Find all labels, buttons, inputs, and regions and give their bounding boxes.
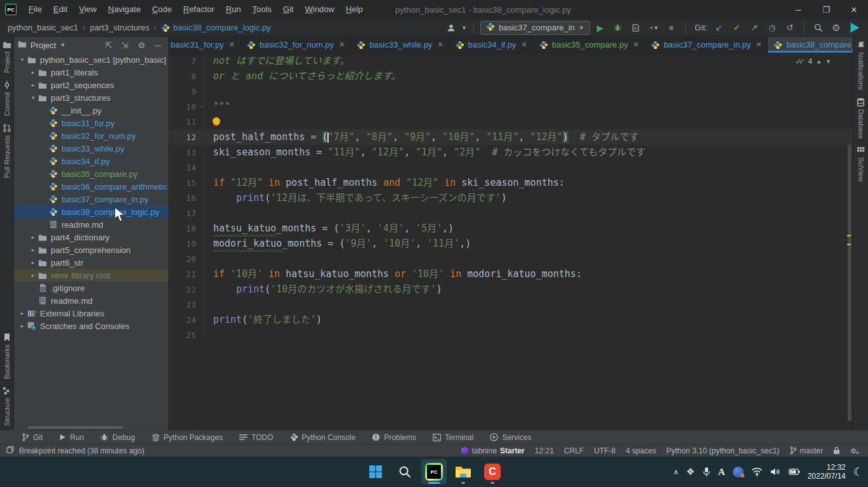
- line-number[interactable]: 21: [168, 269, 205, 279]
- dropbox-icon[interactable]: ❖: [686, 466, 694, 477]
- code-line-21[interactable]: 21if '10月' in hatsu_katuo_months or '10月…: [168, 266, 853, 282]
- tab-close-icon[interactable]: ✕: [756, 41, 761, 49]
- taskbar-start-icon[interactable]: [363, 459, 388, 484]
- menu-navigate[interactable]: Navigate: [102, 0, 146, 19]
- editor-tab-basic32_for_num[interactable]: basic32_for_num.py✕: [241, 37, 351, 53]
- code-line-13[interactable]: 13ski_season_months = "11月", "12月", "1月"…: [168, 145, 853, 160]
- code-line-25[interactable]: 25: [168, 327, 853, 342]
- tree-item-part1_literals[interactable]: ▸part1_literals: [14, 66, 168, 79]
- line-number[interactable]: 7: [168, 56, 205, 66]
- code-line-11[interactable]: 11: [168, 114, 853, 129]
- status-item[interactable]: UTF-8: [594, 446, 615, 455]
- event-log-icon[interactable]: [6, 446, 14, 455]
- tree-item-python_basic_sec1[interactable]: ▾python_basic_sec1 [python_basic]D:¥: [14, 53, 168, 66]
- line-number[interactable]: 16: [168, 193, 205, 203]
- tab-close-icon[interactable]: ✕: [339, 41, 345, 49]
- battery-icon[interactable]: [789, 468, 800, 476]
- tree-item-part2_sequences[interactable]: ▸part2_sequences: [14, 79, 168, 91]
- menu-run[interactable]: Run: [220, 0, 247, 19]
- code-line-14[interactable]: 14: [168, 160, 853, 175]
- tool-stripe-pull-requests[interactable]: Pull Requests: [3, 120, 11, 182]
- tree-closed-arrow-icon[interactable]: ▸: [18, 310, 27, 316]
- tool-stripe-structure[interactable]: Structure: [3, 383, 11, 430]
- line-number[interactable]: 20: [168, 254, 205, 264]
- code-line-8[interactable]: 8or と and についてさらっと紹介します。: [168, 68, 853, 84]
- tab-close-icon[interactable]: ✕: [229, 41, 235, 49]
- tab-close-icon[interactable]: ✕: [633, 41, 639, 49]
- code-line-9[interactable]: 9: [168, 84, 853, 99]
- menu-tools[interactable]: Tools: [247, 0, 277, 19]
- commit-button[interactable]: ✓: [729, 20, 744, 36]
- fold-marker-icon[interactable]: ⌃: [201, 105, 204, 111]
- code-line-18[interactable]: 18hatsu_katuo_months = ('3月', '4月', '5月'…: [168, 221, 853, 236]
- tool-stripe-commit[interactable]: Commit: [3, 77, 11, 120]
- taskbar-clock[interactable]: 12:32 2022/07/14: [808, 463, 846, 481]
- tree-open-arrow-icon[interactable]: ▾: [29, 94, 37, 101]
- toolwindow-python-packages[interactable]: Python Packages: [152, 433, 223, 442]
- close-button[interactable]: ✕: [840, 0, 868, 19]
- coverage-button[interactable]: [628, 20, 643, 36]
- editor-tab-basic34_if[interactable]: basic34_if.py✕: [450, 37, 534, 53]
- tool-stripe-bookmarks[interactable]: Bookmarks: [3, 329, 11, 383]
- tree-item-.gitignore[interactable]: .gitignore: [14, 282, 168, 294]
- tree-closed-arrow-icon[interactable]: ▸: [29, 234, 37, 240]
- menu-window[interactable]: Window: [299, 0, 340, 19]
- night-mode-icon[interactable]: ☾: [853, 465, 863, 479]
- tree-item-readme.md[interactable]: MDreadme.md: [14, 218, 168, 231]
- toolwindow-git[interactable]: Git: [22, 433, 43, 442]
- line-number[interactable]: 25: [168, 330, 205, 340]
- debug-button[interactable]: [610, 20, 626, 36]
- editor-tab-basic35_compare[interactable]: basic35_compare.py✕: [534, 37, 645, 53]
- tree-item-__init__.py[interactable]: __init__.py: [14, 104, 168, 117]
- app-sphere-icon[interactable]: [733, 467, 744, 477]
- taskbar-pycharm-icon[interactable]: PC: [421, 459, 447, 484]
- code-line-16[interactable]: 16 print('12月は、下半期であって、スキーシーズンの月です'): [168, 190, 853, 205]
- minimize-button[interactable]: ─: [784, 0, 812, 19]
- panel-settings-button[interactable]: ⚙: [135, 41, 148, 50]
- code-editor[interactable]: ✓✓ 4 ▲ ▼ 7not はすでに登場しています。8or と and について…: [168, 53, 853, 430]
- breadcrumb-item[interactable]: python_basic_sec1: [8, 23, 78, 32]
- toolwindow-services[interactable]: Services: [490, 433, 531, 442]
- menu-help[interactable]: Help: [340, 0, 369, 19]
- tree-closed-arrow-icon[interactable]: ▸: [18, 323, 27, 329]
- select-opened-file-button[interactable]: ⇱: [102, 41, 115, 50]
- tree-item-basic37_compare_in.py[interactable]: basic37_compare_in.py: [14, 193, 168, 205]
- taskbar-explorer-icon[interactable]: [450, 459, 476, 484]
- indexing-settings-icon[interactable]: ⚙: [850, 446, 859, 455]
- status-item[interactable]: Python 3.10 (python_basic_sec1): [666, 446, 779, 455]
- code-line-22[interactable]: 22 print('10月のカツオが水揚げされる月です'): [168, 282, 853, 297]
- tool-stripe-sciview[interactable]: SciView: [857, 143, 865, 186]
- tree-item-basic32_for_num.py[interactable]: basic32_for_num.py: [14, 129, 168, 142]
- stop-button[interactable]: ■: [664, 20, 679, 36]
- line-number[interactable]: 11: [168, 117, 205, 127]
- rollback-button[interactable]: ↺: [782, 20, 798, 36]
- line-number[interactable]: 9: [168, 87, 205, 96]
- line-number[interactable]: 8: [168, 72, 205, 81]
- wifi-icon[interactable]: [751, 467, 763, 476]
- toolwindow-python-console[interactable]: Python Console: [290, 433, 356, 442]
- code-line-15[interactable]: 15if "12月" in post_half_months and "12月"…: [168, 175, 853, 190]
- line-number[interactable]: 14: [168, 163, 205, 172]
- project-view-select[interactable]: Project ▼: [18, 40, 65, 50]
- editor-tab-basic33_while[interactable]: basic33_while.py✕: [351, 37, 449, 53]
- tree-item-basic33_while.py[interactable]: basic33_while.py: [14, 142, 168, 155]
- code-line-19[interactable]: 19modori_katuo_months = ('9月', '10月', '1…: [168, 236, 853, 251]
- tool-stripe-database[interactable]: Database: [857, 94, 865, 143]
- editor-tab-basic31_for[interactable]: basic31_for.py✕: [168, 37, 241, 53]
- search-everywhere-button[interactable]: [811, 20, 826, 36]
- line-number[interactable]: 23: [168, 300, 205, 309]
- microphone-icon[interactable]: [702, 467, 711, 477]
- tool-stripe-project[interactable]: Project: [3, 37, 11, 77]
- hide-panel-button[interactable]: ─: [152, 41, 164, 50]
- ime-mode-indicator[interactable]: A: [718, 467, 725, 477]
- menu-file[interactable]: File: [23, 0, 48, 19]
- collapse-all-button[interactable]: ⇲: [119, 41, 131, 50]
- tree-item-basic38_compare_logic.py[interactable]: basic38_compare_logic.py: [14, 205, 168, 218]
- tree-item-readme.md[interactable]: MDreadme.md: [14, 294, 168, 307]
- tree-item-basic34_if.py[interactable]: basic34_if.py: [14, 155, 168, 167]
- code-line-7[interactable]: 7not はすでに登場しています。: [168, 53, 853, 68]
- toolwindow-problems[interactable]: Problems: [372, 433, 416, 442]
- code-line-24[interactable]: 24print('終了しました'): [168, 312, 853, 327]
- tree-item-Scratches[interactable]: ▸Scratches and Consoles: [14, 320, 168, 332]
- line-number[interactable]: 13: [168, 148, 205, 157]
